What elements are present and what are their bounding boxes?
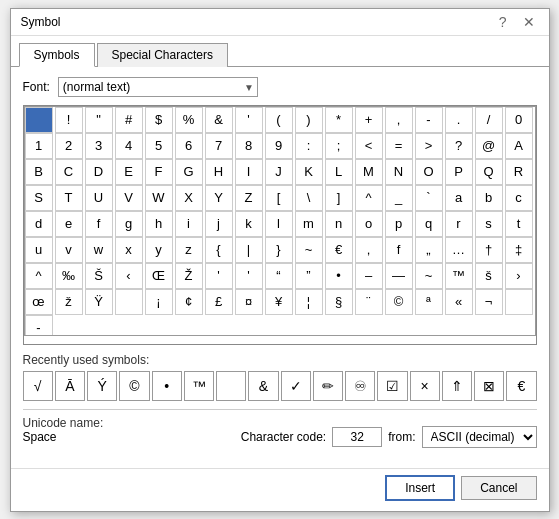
symbol-cell[interactable]: c: [505, 185, 533, 211]
symbol-cell[interactable]: d: [25, 211, 53, 237]
symbol-cell[interactable]: «: [445, 289, 473, 315]
recent-symbol-cell[interactable]: •: [152, 371, 182, 401]
symbol-cell[interactable]: ª: [415, 289, 443, 315]
symbol-cell[interactable]: ¦: [295, 289, 323, 315]
recent-symbol-cell[interactable]: ☑: [377, 371, 407, 401]
char-code-input[interactable]: [332, 427, 382, 447]
tab-symbols[interactable]: Symbols: [19, 43, 95, 67]
symbol-cell[interactable]: h: [145, 211, 173, 237]
symbol-cell[interactable]: y: [145, 237, 173, 263]
symbol-cell[interactable]: $: [145, 107, 173, 133]
symbol-cell[interactable]: =: [385, 133, 413, 159]
symbol-cell[interactable]: ¡: [145, 289, 173, 315]
symbol-cell[interactable]: *: [325, 107, 353, 133]
symbol-cell[interactable]: .: [445, 107, 473, 133]
symbol-cell[interactable]: K: [295, 159, 323, 185]
symbol-cell[interactable]: e: [55, 211, 83, 237]
symbol-cell[interactable]: l: [265, 211, 293, 237]
symbol-cell[interactable]: ^: [355, 185, 383, 211]
symbol-cell[interactable]: o: [355, 211, 383, 237]
symbol-cell[interactable]: †: [475, 237, 503, 263]
recent-symbol-cell[interactable]: ©: [119, 371, 149, 401]
symbol-cell[interactable]: 6: [175, 133, 203, 159]
recent-symbol-cell[interactable]: €: [506, 371, 536, 401]
symbol-cell[interactable]: œ: [25, 289, 53, 315]
symbol-cell[interactable]: -: [25, 315, 53, 336]
symbol-cell[interactable]: 8: [235, 133, 263, 159]
symbol-cell[interactable]: ‹: [115, 263, 143, 289]
symbol-cell[interactable]: n: [325, 211, 353, 237]
symbol-cell[interactable]: 0: [505, 107, 533, 133]
symbol-cell[interactable]: C: [55, 159, 83, 185]
symbol-cell[interactable]: j: [205, 211, 233, 237]
tab-special-characters[interactable]: Special Characters: [97, 43, 228, 67]
symbol-cell[interactable]: &: [205, 107, 233, 133]
symbol-cell[interactable]: ‡: [505, 237, 533, 263]
symbol-cell[interactable]: 9: [265, 133, 293, 159]
font-select[interactable]: (normal text): [58, 77, 258, 97]
symbol-cell[interactable]: R: [505, 159, 533, 185]
symbol-cell[interactable]: W: [145, 185, 173, 211]
symbol-cell[interactable]: %: [175, 107, 203, 133]
symbol-cell[interactable]: f: [85, 211, 113, 237]
symbol-cell[interactable]: Q: [475, 159, 503, 185]
symbol-cell[interactable]: “: [265, 263, 293, 289]
symbol-cell[interactable]: D: [85, 159, 113, 185]
symbol-cell[interactable]: ~: [415, 263, 443, 289]
symbol-cell[interactable]: š: [475, 263, 503, 289]
symbol-cell[interactable]: T: [55, 185, 83, 211]
symbol-cell[interactable]: ™: [445, 263, 473, 289]
symbol-cell[interactable]: v: [55, 237, 83, 263]
symbol-cell[interactable]: ': [235, 263, 263, 289]
symbol-cell[interactable]: s: [475, 211, 503, 237]
symbol-cell[interactable]: :: [295, 133, 323, 159]
symbol-cell[interactable]: £: [205, 289, 233, 315]
symbol-cell[interactable]: •: [325, 263, 353, 289]
symbol-cell[interactable]: \: [295, 185, 323, 211]
symbol-cell[interactable]: Y: [205, 185, 233, 211]
symbol-cell[interactable]: N: [385, 159, 413, 185]
symbol-cell[interactable]: H: [205, 159, 233, 185]
symbol-cell[interactable]: <: [355, 133, 383, 159]
symbol-cell[interactable]: –: [355, 263, 383, 289]
symbol-cell[interactable]: [25, 107, 53, 133]
symbol-cell[interactable]: }: [265, 237, 293, 263]
symbol-cell[interactable]: E: [115, 159, 143, 185]
symbol-cell[interactable]: w: [85, 237, 113, 263]
symbol-cell[interactable]: p: [385, 211, 413, 237]
symbol-cell[interactable]: Ž: [175, 263, 203, 289]
recent-symbol-cell[interactable]: ✏: [313, 371, 343, 401]
symbol-cell[interactable]: {: [205, 237, 233, 263]
symbol-cell[interactable]: L: [325, 159, 353, 185]
symbol-cell[interactable]: ž: [55, 289, 83, 315]
cancel-button[interactable]: Cancel: [461, 476, 536, 500]
help-button[interactable]: ?: [495, 15, 511, 29]
symbol-cell[interactable]: Z: [235, 185, 263, 211]
symbol-cell[interactable]: k: [235, 211, 263, 237]
symbol-cell[interactable]: ¨: [355, 289, 383, 315]
from-select[interactable]: ASCII (decimal)ASCII (hex)Unicode (hex): [422, 426, 537, 448]
symbol-cell[interactable]: U: [85, 185, 113, 211]
symbol-cell[interactable]: /: [475, 107, 503, 133]
recent-symbol-cell[interactable]: ⊠: [474, 371, 504, 401]
symbol-cell[interactable]: b: [475, 185, 503, 211]
symbol-cell[interactable]: z: [175, 237, 203, 263]
recent-symbol-cell[interactable]: ♾: [345, 371, 375, 401]
symbol-cell[interactable]: ‰: [55, 263, 83, 289]
symbol-cell[interactable]: Ÿ: [85, 289, 113, 315]
symbol-cell[interactable]: [: [265, 185, 293, 211]
symbol-cell[interactable]: V: [115, 185, 143, 211]
symbol-cell[interactable]: 7: [205, 133, 233, 159]
insert-button[interactable]: Insert: [385, 475, 455, 501]
symbol-cell[interactable]: Œ: [145, 263, 173, 289]
symbol-cell[interactable]: ): [295, 107, 323, 133]
symbol-cell[interactable]: €: [325, 237, 353, 263]
symbol-cell[interactable]: ?: [445, 133, 473, 159]
symbol-cell[interactable]: ~: [295, 237, 323, 263]
symbol-cell[interactable]: t: [505, 211, 533, 237]
symbol-cell[interactable]: q: [415, 211, 443, 237]
symbol-cell[interactable]: B: [25, 159, 53, 185]
recent-symbol-cell[interactable]: √: [23, 371, 53, 401]
symbol-cell[interactable]: 2: [55, 133, 83, 159]
symbol-cell[interactable]: ¢: [175, 289, 203, 315]
